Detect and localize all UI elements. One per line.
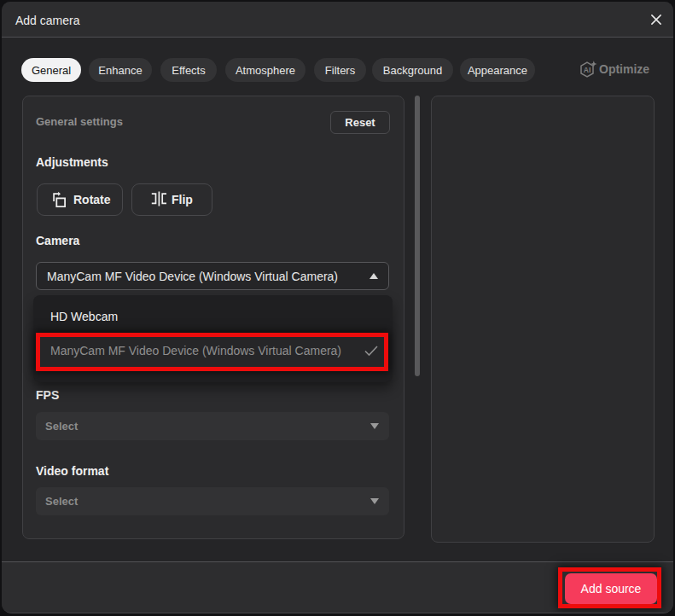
svg-text:AI: AI <box>584 66 591 74</box>
